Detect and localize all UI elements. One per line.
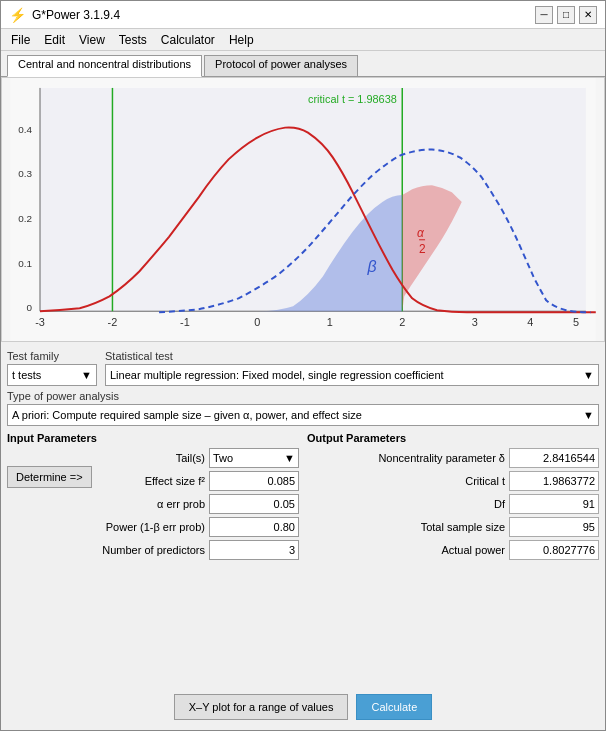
app-window: ⚡ G*Power 3.1.9.4 ─ □ ✕ File Edit View T…: [0, 0, 606, 731]
chevron-down-icon: ▼: [284, 452, 295, 464]
tails-row: Tail(s) Two ▼: [96, 448, 299, 468]
close-button[interactable]: ✕: [579, 6, 597, 24]
svg-text:5: 5: [573, 316, 579, 328]
menu-file[interactable]: File: [5, 31, 36, 49]
effect-size-row: Effect size f² 0.085: [96, 471, 299, 491]
svg-text:0: 0: [27, 302, 33, 313]
total-sample-row: Total sample size 95: [307, 517, 599, 537]
predictors-row: Number of predictors 3: [96, 540, 299, 560]
svg-text:α: α: [417, 226, 425, 240]
menu-view[interactable]: View: [73, 31, 111, 49]
title-bar-controls: ─ □ ✕: [535, 6, 597, 24]
noncentrality-value: 2.8416544: [509, 448, 599, 468]
chart-svg: -3 -2 -1 0 1 2 3 4 5 0 0.1 0.2 0.3 0.4 c…: [2, 78, 604, 341]
menu-edit[interactable]: Edit: [38, 31, 71, 49]
menu-tests[interactable]: Tests: [113, 31, 153, 49]
svg-text:0: 0: [254, 316, 260, 328]
svg-text:β: β: [367, 258, 377, 275]
test-family-section: Test family t tests ▼: [7, 350, 97, 386]
actual-power-value: 0.8027776: [509, 540, 599, 560]
alpha-input[interactable]: 0.05: [209, 494, 299, 514]
noncentrality-label: Noncentrality parameter δ: [307, 452, 505, 464]
tails-section: Tail(s) Two ▼ Effect size f² 0.085 α e: [96, 448, 299, 563]
alpha-label: α err prob: [96, 498, 205, 510]
title-bar-left: ⚡ G*Power 3.1.9.4: [9, 7, 120, 23]
menu-bar: File Edit View Tests Calculator Help: [1, 29, 605, 51]
noncentrality-row: Noncentrality parameter δ 2.8416544: [307, 448, 599, 468]
calculate-button[interactable]: Calculate: [356, 694, 432, 720]
determine-button[interactable]: Determine =>: [7, 466, 92, 488]
critical-t-value: 1.9863772: [509, 471, 599, 491]
svg-text:0.3: 0.3: [18, 168, 32, 179]
svg-text:-1: -1: [180, 316, 190, 328]
statistical-test-dropdown[interactable]: Linear multiple regression: Fixed model,…: [105, 364, 599, 386]
svg-text:-2: -2: [108, 316, 118, 328]
actual-power-label: Actual power: [307, 544, 505, 556]
test-family-row: Test family t tests ▼ Statistical test L…: [1, 348, 605, 388]
chart-area: -3 -2 -1 0 1 2 3 4 5 0 0.1 0.2 0.3 0.4 c…: [1, 77, 605, 342]
tabs-bar: Central and noncentral distributions Pro…: [1, 51, 605, 77]
window-title: G*Power 3.1.9.4: [32, 8, 120, 22]
svg-text:critical t = 1.98638: critical t = 1.98638: [308, 93, 397, 105]
minimize-button[interactable]: ─: [535, 6, 553, 24]
total-sample-label: Total sample size: [307, 521, 505, 533]
tails-label: Tail(s): [96, 452, 205, 464]
tab-protocol[interactable]: Protocol of power analyses: [204, 55, 358, 76]
power-input[interactable]: 0.80: [209, 517, 299, 537]
menu-calculator[interactable]: Calculator: [155, 31, 221, 49]
statistical-test-section: Statistical test Linear multiple regress…: [105, 350, 599, 386]
menu-help[interactable]: Help: [223, 31, 260, 49]
svg-text:3: 3: [472, 316, 478, 328]
output-parameters: Output Parameters Noncentrality paramete…: [307, 432, 599, 566]
effect-size-input[interactable]: 0.085: [209, 471, 299, 491]
determine-tails-row: Determine => Tail(s) Two ▼ Effect size f…: [7, 448, 299, 563]
power-label: Power (1-β err prob): [96, 521, 205, 533]
df-row: Df 91: [307, 494, 599, 514]
chevron-down-icon: ▼: [583, 369, 594, 381]
critical-t-row: Critical t 1.9863772: [307, 471, 599, 491]
svg-text:4: 4: [527, 316, 533, 328]
df-value: 91: [509, 494, 599, 514]
alpha-row: α err prob 0.05: [96, 494, 299, 514]
parameters-section: Input Parameters Determine => Tail(s) Tw…: [1, 428, 605, 570]
df-label: Df: [307, 498, 505, 510]
svg-text:-3: -3: [35, 316, 45, 328]
output-params-title: Output Parameters: [307, 432, 599, 444]
actual-power-row: Actual power 0.8027776: [307, 540, 599, 560]
app-icon: ⚡: [9, 7, 26, 23]
svg-rect-1: [40, 88, 586, 311]
svg-text:2: 2: [399, 316, 405, 328]
test-family-label: Test family: [7, 350, 97, 362]
xy-plot-button[interactable]: X–Y plot for a range of values: [174, 694, 349, 720]
bottom-bar: X–Y plot for a range of values Calculate: [1, 686, 605, 724]
input-params-title: Input Parameters: [7, 432, 299, 444]
total-sample-value: 95: [509, 517, 599, 537]
title-bar: ⚡ G*Power 3.1.9.4 ─ □ ✕: [1, 1, 605, 29]
type-analysis-section: Type of power analysis A priori: Compute…: [1, 388, 605, 428]
maximize-button[interactable]: □: [557, 6, 575, 24]
svg-text:2: 2: [419, 242, 426, 256]
type-analysis-dropdown[interactable]: A priori: Compute required sample size –…: [7, 404, 599, 426]
tails-dropdown[interactable]: Two ▼: [209, 448, 299, 468]
svg-text:0.2: 0.2: [18, 213, 32, 224]
test-family-dropdown[interactable]: t tests ▼: [7, 364, 97, 386]
type-analysis-label: Type of power analysis: [7, 390, 599, 402]
chevron-down-icon: ▼: [583, 409, 594, 421]
svg-text:0.4: 0.4: [18, 124, 32, 135]
predictors-label: Number of predictors: [96, 544, 205, 556]
chevron-down-icon: ▼: [81, 369, 92, 381]
svg-text:0.1: 0.1: [18, 258, 32, 269]
input-parameters: Input Parameters Determine => Tail(s) Tw…: [7, 432, 299, 566]
tab-distributions[interactable]: Central and noncentral distributions: [7, 55, 202, 77]
effect-size-label: Effect size f²: [96, 475, 205, 487]
predictors-input[interactable]: 3: [209, 540, 299, 560]
critical-t-label: Critical t: [307, 475, 505, 487]
svg-text:1: 1: [327, 316, 333, 328]
power-row: Power (1-β err prob) 0.80: [96, 517, 299, 537]
statistical-test-label: Statistical test: [105, 350, 599, 362]
